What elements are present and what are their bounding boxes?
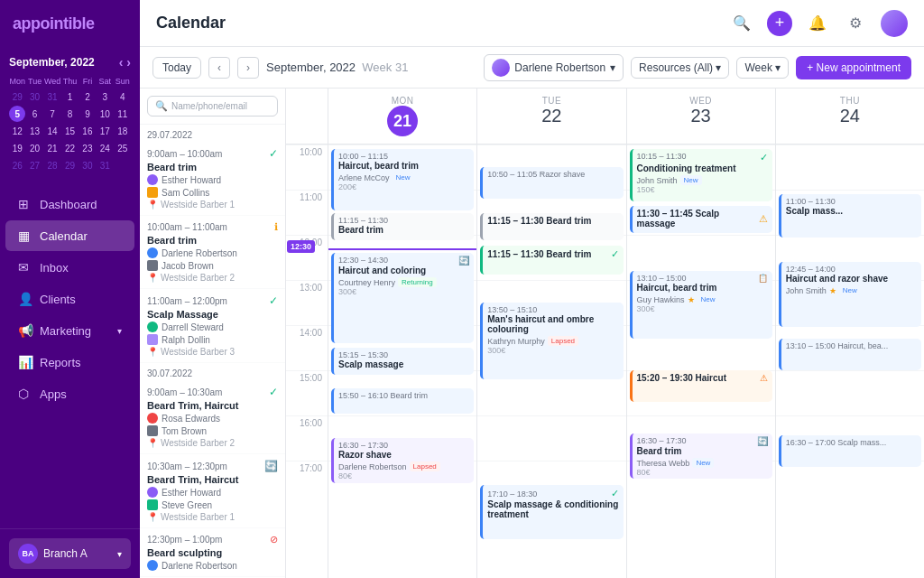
mini-cal-day[interactable]: 17: [97, 123, 113, 139]
mini-cal-day[interactable]: 30: [27, 89, 43, 105]
user-avatar[interactable]: [881, 10, 908, 37]
appointment-block[interactable]: 10:00 – 11:15 Haircut, beard trim Arlene…: [331, 149, 474, 210]
add-button[interactable]: +: [767, 11, 792, 36]
notifications-button[interactable]: 🔔: [805, 11, 830, 36]
mini-cal-day[interactable]: 7: [44, 106, 60, 122]
sidebar-item-label: Dashboard: [40, 198, 97, 211]
appointment-block[interactable]: 11:15 – 11:30 Beard trim ✓: [480, 246, 623, 275]
time-slot: 16:00: [286, 415, 328, 461]
mini-cal-day[interactable]: 14: [44, 123, 60, 139]
appointment-block[interactable]: 12:30 – 14:30 🔄 Haircut and coloring Cou…: [331, 253, 474, 343]
mini-cal-day[interactable]: 29: [61, 157, 78, 173]
mini-cal-day[interactable]: 25: [115, 140, 131, 156]
appointment-block[interactable]: 16:30 – 17:00 Scalp mass...: [779, 435, 921, 467]
mini-cal-day[interactable]: 26: [9, 157, 25, 173]
today-button[interactable]: Today: [152, 57, 201, 79]
time-rows: 10:00 11:00 12:00 13:00 14:00 15:00 16:0…: [286, 144, 924, 578]
appointment-block[interactable]: 10:50 – 11:05 Razor shave: [480, 167, 623, 199]
appointment-block[interactable]: 13:10 – 15:00 📋 Haircut, beard trim Guy …: [630, 271, 772, 339]
branch-name: Branch A: [43, 547, 88, 560]
time-slot: 11:00: [286, 190, 328, 235]
mini-cal-day[interactable]: 19: [9, 140, 25, 156]
mini-cal-day[interactable]: 8: [61, 106, 78, 122]
mini-cal-day[interactable]: 1: [61, 89, 78, 105]
cal-body: 🔍 Name/phone/email 29.07.2022 9:00am – 1…: [140, 89, 924, 578]
appointment-block[interactable]: 13:10 – 15:00 Haircut, bea...: [779, 339, 921, 370]
chevron-down-icon: ▾: [775, 61, 781, 74]
appointment-block[interactable]: 10:15 – 11:30 ✓ Conditioning treatment J…: [630, 149, 772, 201]
list-item[interactable]: 10:30am – 12:30pm🔄 Beard Trim, Haircut E…: [140, 454, 285, 528]
mini-cal-day[interactable]: 16: [79, 123, 96, 139]
mini-cal-day[interactable]: 27: [27, 157, 43, 173]
mini-cal-day[interactable]: 5: [9, 106, 25, 122]
sidebar-item-calendar[interactable]: ▦ Calendar: [5, 220, 134, 251]
mini-cal-day[interactable]: 15: [61, 123, 78, 139]
sidebar-item-inbox[interactable]: ✉ Inbox: [5, 252, 134, 283]
sidebar-item-dashboard[interactable]: ⊞ Dashboard: [5, 189, 134, 219]
appointment-block[interactable]: 11:30 – 11:45 Scalp massage ⚠: [630, 206, 772, 233]
list-item[interactable]: 11:00am – 12:00pm✓ Scalp Massage Darrell…: [140, 289, 285, 363]
mini-cal-day[interactable]: 30: [79, 157, 96, 173]
mini-cal-day-header: Fri: [79, 75, 96, 88]
time-slot: 10:00: [286, 144, 328, 190]
list-item[interactable]: 9:00am – 10:00am✓ Beard trim Esther Howa…: [140, 142, 285, 216]
sidebar-item-reports[interactable]: 📊 Reports: [5, 347, 134, 378]
appointment-block[interactable]: 12:45 – 14:00 Haircut and razor shave Jo…: [779, 262, 921, 327]
mini-cal-day[interactable]: 23: [79, 140, 96, 156]
mini-cal-day[interactable]: 6: [27, 106, 43, 122]
sidebar-item-clients[interactable]: 👤 Clients: [5, 284, 134, 314]
mini-cal-day[interactable]: 21: [44, 140, 60, 156]
sidebar-item-marketing[interactable]: 📢 Marketing ▾: [5, 315, 134, 346]
mini-cal-day[interactable]: 9: [79, 106, 96, 122]
mini-cal-day[interactable]: 20: [27, 140, 43, 156]
mini-cal-day[interactable]: 22: [61, 140, 78, 156]
mini-cal-day[interactable]: 12: [9, 123, 25, 139]
sidebar-item-label: Inbox: [40, 261, 69, 275]
search-box[interactable]: 🔍 Name/phone/email: [147, 96, 278, 117]
mini-cal-day[interactable]: 28: [44, 157, 60, 173]
appointment-block[interactable]: 11:00 – 11:30 Scalp mass...: [779, 194, 921, 238]
new-appointment-button[interactable]: + New appointment: [796, 56, 911, 79]
mini-cal-day[interactable]: 3: [97, 89, 113, 105]
sidebar-item-apps[interactable]: ⬡ Apps: [5, 378, 134, 409]
mini-cal-day[interactable]: 31: [97, 157, 113, 173]
list-item[interactable]: 9:00am – 10:30am✓ Beard Trim, Haircut Ro…: [140, 380, 285, 454]
branch-selector[interactable]: BA Branch A ▾: [9, 538, 131, 569]
appointment-block[interactable]: 17:10 – 18:30 ✓ Scalp massage & conditio…: [480, 485, 623, 539]
mini-cal-day-header: Sat: [97, 75, 113, 88]
mini-cal-next[interactable]: ›: [126, 55, 131, 70]
sidebar-nav: ⊞ Dashboard ▦ Calendar ✉ Inbox 👤 Clients…: [0, 181, 140, 528]
appointment-block[interactable]: 15:15 – 15:30 Scalp massage: [331, 348, 474, 375]
mini-cal-day-header: Sun: [115, 75, 131, 88]
appointment-block[interactable]: 16:30 – 17:30 Razor shave Darlene Robert…: [331, 438, 474, 483]
appointment-block[interactable]: 15:20 – 19:30 Haircut ⚠: [630, 370, 772, 402]
day-col-thu: 11:00 – 11:30 Scalp mass... 12:45 – 14:0…: [775, 144, 924, 578]
mini-cal-day[interactable]: 24: [97, 140, 113, 156]
mini-cal-day[interactable]: 18: [115, 123, 131, 139]
mini-cal-day[interactable]: 29: [9, 89, 25, 105]
user-select[interactable]: Darlene Robertson ▾: [484, 54, 624, 81]
appointment-block[interactable]: 11:15 – 11:30 Beard trim: [480, 213, 623, 240]
mini-cal-day[interactable]: 13: [27, 123, 43, 139]
mini-cal-prev[interactable]: ‹: [119, 55, 124, 70]
mini-cal-day[interactable]: 10: [97, 106, 113, 122]
search-button[interactable]: 🔍: [729, 11, 754, 36]
next-week-button[interactable]: ›: [237, 57, 259, 79]
appointment-block[interactable]: 13:50 – 15:10 Man's haircut and ombre co…: [480, 303, 623, 379]
list-item[interactable]: 10:00am – 11:00amℹ Beard trim Darlene Ro…: [140, 216, 285, 289]
settings-button[interactable]: ⚙: [843, 11, 868, 36]
mini-cal-day[interactable]: 2: [79, 89, 96, 105]
mini-cal-day[interactable]: 11: [115, 106, 131, 122]
appointment-block[interactable]: 15:50 – 16:10 Beard trim: [331, 388, 474, 414]
week-view-select[interactable]: Week ▾: [736, 57, 789, 79]
mini-cal-day-header: Tue: [26, 75, 42, 88]
dashboard-icon: ⊞: [18, 197, 32, 211]
mini-cal-day[interactable]: 31: [44, 89, 60, 105]
appointment-block[interactable]: 16:30 – 17:30 🔄 Beard trim Theresa Webb …: [630, 434, 772, 479]
resources-select[interactable]: Resources (All) ▾: [631, 57, 729, 79]
prev-week-button[interactable]: ‹: [208, 57, 230, 79]
chevron-down-icon: ▾: [117, 549, 122, 559]
mini-cal-day[interactable]: 4: [115, 89, 131, 105]
list-item[interactable]: 12:30pm – 1:00pm⊘ Beard sculpting Darlen…: [140, 528, 285, 577]
appointment-block[interactable]: 11:15 – 11:30 Beard trim: [331, 213, 474, 240]
